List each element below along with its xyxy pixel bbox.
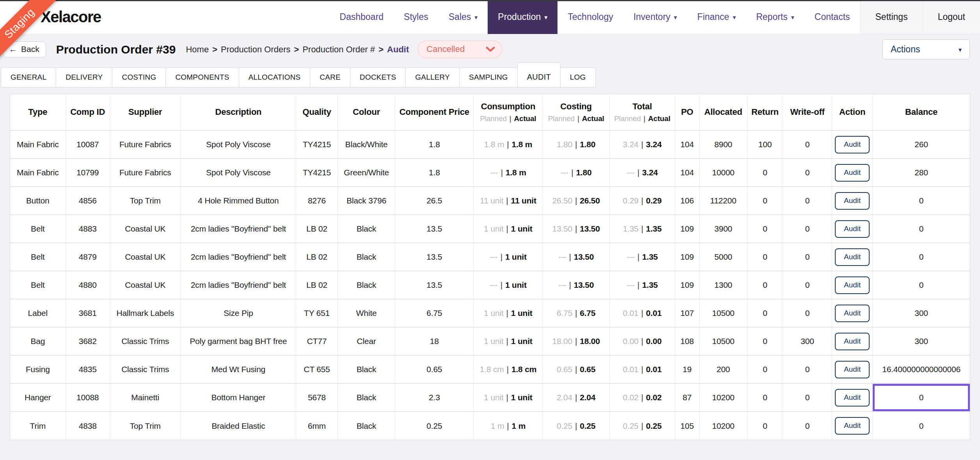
- nav-item-inventory[interactable]: Inventory▾: [623, 0, 687, 34]
- column-label: Comp ID: [66, 107, 110, 117]
- tab-allocations[interactable]: ALLOCATIONS: [239, 68, 311, 87]
- balance-cell[interactable]: 300: [873, 327, 970, 355]
- actual-value: 18.00: [580, 337, 600, 346]
- tab-delivery[interactable]: DELIVERY: [56, 68, 112, 87]
- tab-sampling[interactable]: SAMPLING: [459, 68, 518, 87]
- balance-cell[interactable]: 0: [873, 412, 970, 440]
- tab-gallery[interactable]: GALLERY: [405, 68, 460, 87]
- planned-value: 0.02: [623, 393, 639, 402]
- tab-audit[interactable]: AUDIT: [517, 62, 561, 87]
- cell-allocated: 10200: [699, 383, 747, 412]
- cell-po: 107: [675, 299, 699, 327]
- tab-general[interactable]: GENERAL: [1, 68, 56, 87]
- nav-item-technology[interactable]: Technology: [557, 0, 623, 34]
- pipe-separator: |: [641, 308, 643, 317]
- actions-button[interactable]: Actions ▾: [882, 39, 970, 59]
- cell-po: 108: [675, 327, 699, 355]
- breadcrumb-link[interactable]: Home: [186, 45, 209, 54]
- audit-button[interactable]: Audit: [835, 220, 870, 238]
- actual-value: 1.8 m: [506, 168, 526, 177]
- cell-supplier: Hallmark Labels: [110, 299, 181, 327]
- nav-item-styles[interactable]: Styles: [394, 0, 439, 34]
- breadcrumb-link[interactable]: Production Orders: [221, 45, 291, 54]
- chevron-down-icon: [486, 46, 495, 52]
- audit-button[interactable]: Audit: [835, 192, 870, 210]
- pipe-separator: |: [641, 224, 643, 233]
- tab-dockets[interactable]: DOCKETS: [350, 68, 406, 87]
- pipe-separator: |: [575, 196, 577, 205]
- planned-value: ---: [558, 280, 566, 289]
- audit-button[interactable]: Audit: [835, 276, 870, 294]
- cell-type: Hanger: [10, 383, 66, 412]
- balance-cell[interactable]: 16.400000000000006: [873, 355, 970, 383]
- audit-button[interactable]: Audit: [835, 333, 870, 350]
- nav-item-finance[interactable]: Finance▾: [687, 0, 746, 34]
- balance-cell[interactable]: 0: [873, 215, 970, 243]
- cell-component_price: 1.8: [395, 130, 474, 159]
- cell-total: 0.01|0.01: [609, 299, 675, 327]
- audit-button[interactable]: Audit: [835, 305, 870, 322]
- chevron-down-icon: ▾: [674, 14, 677, 21]
- cell-type: Trim: [10, 412, 66, 440]
- balance-cell[interactable]: 280: [873, 159, 970, 187]
- cell-action: Audit: [832, 271, 873, 299]
- cell-consumption: 1 unit|1 unit: [474, 383, 543, 412]
- cell-supplier: Top Trim: [110, 412, 181, 440]
- chevron-down-icon: ▾: [791, 14, 794, 21]
- balance-cell[interactable]: 0: [873, 271, 970, 299]
- actual-value: 0.01: [646, 308, 662, 317]
- cell-po: 109: [675, 271, 699, 299]
- cell-description: 4 Hole Rimmed Button: [181, 187, 296, 215]
- audit-button[interactable]: Audit: [835, 248, 870, 266]
- status-dropdown[interactable]: Cancelled: [417, 41, 502, 58]
- planned-value: 0.00: [623, 337, 639, 346]
- cell-quality: LB 02: [296, 215, 338, 243]
- audit-button[interactable]: Audit: [835, 164, 870, 182]
- cell-return: 0: [747, 412, 783, 440]
- pipe-separator: |: [577, 114, 579, 123]
- planned-value: ---: [490, 168, 498, 177]
- nav-item-contacts[interactable]: Contacts: [804, 0, 860, 34]
- logout-button[interactable]: Logout: [923, 0, 980, 34]
- nav-item-production[interactable]: Production▾: [488, 0, 557, 34]
- balance-cell[interactable]: 300: [873, 299, 970, 327]
- planned-value: 18.00: [552, 337, 572, 346]
- cell-po: 109: [675, 243, 699, 271]
- actual-value: 13.50: [574, 280, 594, 289]
- actual-value: 0.65: [580, 365, 595, 374]
- cell-description: 2cm ladies "Boyfriend" belt: [181, 215, 296, 243]
- cell-quality: LB 02: [296, 243, 338, 271]
- cell-allocated: 10000: [699, 159, 747, 187]
- tab-log[interactable]: LOG: [560, 68, 596, 87]
- audit-button[interactable]: Audit: [835, 136, 870, 153]
- cell-action: Audit: [832, 412, 873, 440]
- planned-value: 6.75: [557, 308, 572, 317]
- breadcrumb-link[interactable]: Production Order #: [302, 45, 375, 54]
- balance-cell[interactable]: 0: [873, 383, 970, 412]
- table-row: Fusing4835Classic TrimsMed Wt FusingCT 6…: [10, 355, 970, 383]
- pipe-separator: |: [575, 421, 577, 430]
- cell-comp_id: 10088: [66, 383, 110, 412]
- nav-item-dashboard[interactable]: Dashboard: [330, 0, 394, 34]
- balance-cell[interactable]: 0: [873, 187, 970, 215]
- tab-components[interactable]: COMPONENTS: [165, 68, 239, 87]
- cell-return: 0: [747, 355, 783, 383]
- nav-item-reports[interactable]: Reports▾: [746, 0, 804, 34]
- balance-cell[interactable]: 0: [873, 243, 970, 271]
- planned-actual-sublabel: Planned|Actual: [474, 114, 542, 123]
- balance-cell[interactable]: 260: [873, 130, 970, 159]
- cell-colour: Clear: [338, 327, 395, 355]
- tab-costing[interactable]: COSTING: [112, 68, 166, 87]
- audit-button[interactable]: Audit: [835, 389, 870, 407]
- audit-button[interactable]: Audit: [835, 361, 870, 378]
- cell-comp_id: 4883: [66, 215, 110, 243]
- cell-description: Bottom Hanger: [181, 383, 296, 412]
- tab-bar: GENERALDELIVERYCOSTINGCOMPONENTSALLOCATI…: [0, 59, 980, 87]
- cell-colour: White: [338, 299, 395, 327]
- settings-button[interactable]: Settings: [861, 0, 923, 34]
- column-label: Total: [610, 102, 675, 112]
- audit-button[interactable]: Audit: [835, 417, 870, 435]
- cell-component_price: 2.3: [395, 383, 474, 412]
- nav-item-sales[interactable]: Sales▾: [439, 0, 488, 34]
- tab-care[interactable]: CARE: [310, 68, 350, 87]
